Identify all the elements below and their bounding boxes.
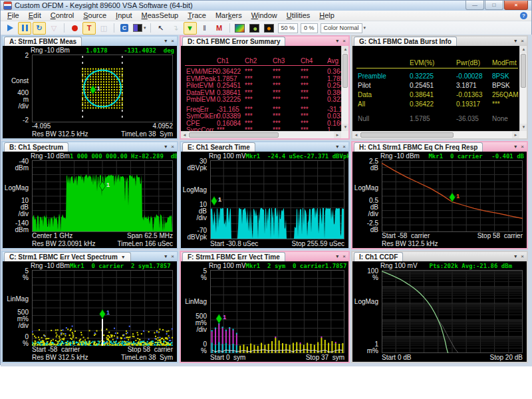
scroll-thumb[interactable] [521,54,526,88]
panel-e-tab[interactable]: E: Ch1 Search Time [182,142,255,152]
scroll-left-icon[interactable]: ◄ [352,132,360,138]
panel-minimize-icon[interactable]: ▾ [164,37,167,45]
minimize-button[interactable]: — [466,1,484,10]
layout-grid-button[interactable]: ▾ [132,22,147,35]
panel-f-tabstrip: F: Strm1 FBMC Err Vect Time ▾ × [181,252,348,261]
menu-item-utilities[interactable]: Utilities [282,11,315,21]
channel-c-icon: C [120,24,129,32]
scroll-up-icon[interactable]: ▲ [342,46,348,53]
title-bar[interactable]: Custom OFDM - Keysight 89600 VSA Softwar… [1,1,531,11]
panel-minimize-icon[interactable]: ▾ [336,37,338,45]
panel-g-tab[interactable]: G: Ch1 FBMC Data Burst Info [354,37,457,46]
menu-item-input[interactable]: Input [111,11,136,21]
stop-button[interactable]: ▽ [47,22,61,35]
panel-i-tab[interactable]: I: Ch1 CCDF [354,252,403,261]
panel-close-icon[interactable]: × [342,253,346,260]
restart-button[interactable]: ↻ [33,22,46,35]
tab-dropdown-icon[interactable]: ▼ [121,255,126,259]
y-axis-labels: 5%LinMag500m%/div0% [181,270,209,353]
scroll-thumb[interactable] [342,54,348,88]
display-thumb2-button[interactable] [263,22,276,35]
panel-g-tabstrip: G: Ch1 FBMC Data Burst Info ▾ × [352,37,527,46]
restart-icon: ↻ [36,25,42,32]
vertical-scrollbar[interactable]: ▲▼ [519,46,527,131]
spectrogram-button[interactable] [233,22,247,35]
scroll-thumb[interactable] [189,132,279,138]
menu-item-markers[interactable]: Markers [211,11,247,21]
table-cell: *** [273,89,281,96]
playback-button[interactable]: ◫ [97,22,110,35]
pause-button[interactable] [18,22,31,35]
panel-a-tab[interactable]: A: Strm1 FBMC Meas [4,37,82,46]
scroll-down-icon[interactable]: ▼ [520,124,527,131]
panel-c-tab[interactable]: C: Strm1 FBMC Err Vect Spectrum ▼ [4,252,131,261]
menu-item-help[interactable]: Help [315,11,339,21]
vertical-scrollbar[interactable]: ▲▼ [341,46,348,131]
peak-marker-button[interactable]: ▼ [184,22,197,35]
zoom-percent-box[interactable]: 50 % [277,22,299,35]
scroll-up-icon[interactable]: ▲ [520,46,527,53]
panel-close-icon[interactable]: × [171,143,174,150]
display-thumb1-button[interactable] [248,22,261,35]
menu-item-file[interactable]: File [3,11,24,21]
scroll-left-icon[interactable]: ◄ [181,132,188,138]
marker-readout: Mkr1 0 carrier [420,153,491,160]
trigger-percent-box[interactable]: 0 % [300,22,319,35]
y-axis-scale-label: LogMag [352,185,378,192]
pointer-tool-button[interactable]: ↖ [154,22,168,35]
play-button[interactable] [3,22,17,35]
panel-close-icon[interactable]: × [171,253,174,260]
close-button[interactable]: × [504,1,528,10]
marker-m-button[interactable]: M [213,22,226,35]
panel-minimize-icon[interactable]: ▾ [514,253,517,260]
panel-minimize-icon[interactable]: ▾ [336,143,338,150]
help-icon[interactable]: ? [520,12,527,19]
panel-close-icon[interactable]: × [171,37,174,45]
scroll-thumb[interactable] [360,132,454,138]
scroll-down-icon[interactable]: ▼ [342,124,348,131]
menu-item-meassetup[interactable]: MeasSetup [137,11,184,21]
panel-close-icon[interactable]: × [342,37,346,45]
table-header-rule [356,68,518,68]
marker-pause-button[interactable]: ‖ [198,22,211,35]
horizontal-scrollbar[interactable]: ◄► [181,131,341,138]
trigger-button[interactable]: T [82,22,96,35]
table-cell: 0.32225 [327,96,341,103]
panel-minimize-icon[interactable]: ▾ [514,143,517,150]
record-button[interactable] [68,22,81,35]
menu-item-control[interactable]: Control [46,11,78,21]
table-cell: *** [245,112,253,120]
table-cell: 256QAM [492,91,518,98]
panel-close-icon[interactable]: × [521,143,524,150]
panel-d-tab[interactable]: D: Ch1 FBMC Error Summary [182,37,285,46]
scroll-right-icon[interactable]: ► [512,132,519,138]
menu-item-trace[interactable]: Trace [183,11,211,21]
panel-i-tabstrip: I: Ch1 CCDF ▾ × [352,252,527,261]
svg-text:1: 1 [106,309,110,316]
table-cell: *** [273,112,281,120]
scroll-right-icon[interactable]: ► [334,132,341,138]
panel-f-tab[interactable]: F: Strm1 FBMC Err Vect Time [182,252,285,261]
menu-item-window[interactable]: Window [247,11,282,21]
panel-close-icon[interactable]: × [342,143,346,150]
color-mode-select[interactable]: Color Normal▾ [320,22,367,35]
move-trace-button[interactable]: ↴ [169,22,182,35]
menu-item-edit[interactable]: Edit [24,11,46,21]
panel-minimize-icon[interactable]: ▾ [514,37,517,45]
maximize-button[interactable]: □ [485,1,503,10]
table-row-label: SyncCorr [186,126,214,131]
panel-h-tab[interactable]: H: Ch1 Strm1 FBMC Eq Ch Freq Resp [354,142,483,152]
marker-readout-value: -0.401 dB [491,153,524,160]
panel-b-tab[interactable]: B: Ch1 Spectrum [4,142,68,152]
svg-text:1: 1 [106,182,110,188]
panel-f: F: Strm1 FBMC Err Vect Time ▾ × Rng 100 … [180,251,350,363]
horizontal-scrollbar[interactable]: ◄► [352,131,519,138]
panel-minimize-icon[interactable]: ▾ [336,253,338,260]
panel-minimize-icon[interactable]: ▾ [164,143,167,150]
panel-close-icon[interactable]: × [521,37,524,45]
table-cell: *** [245,106,253,113]
panel-minimize-icon[interactable]: ▾ [164,253,167,260]
measurement-c-button[interactable]: C [118,22,131,35]
menu-item-source[interactable]: Source [78,11,111,21]
panel-close-icon[interactable]: × [521,253,524,260]
